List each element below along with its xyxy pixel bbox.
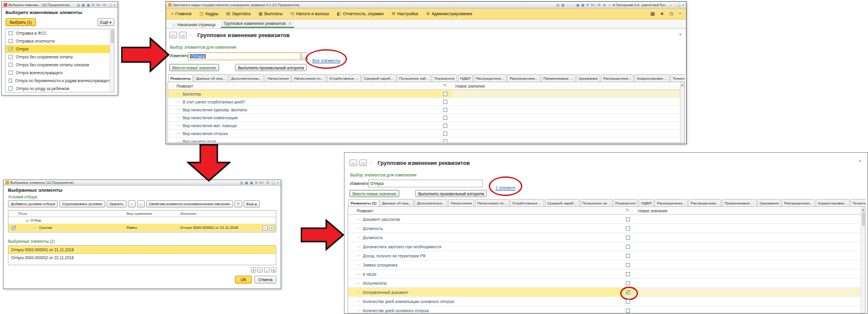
titlebar-icon[interactable]: M [92,3,95,7]
user-menu[interactable]: ● Григорьева А.А. (расчетный бух... [613,3,668,7]
change-checkbox[interactable] [443,92,447,96]
category-tab[interactable]: НДФЛ [639,199,654,206]
change-checkbox[interactable] [626,217,630,222]
titlebar-icon[interactable]: M [255,181,258,184]
checklist-item[interactable]: Отправка отчетности [5,37,114,45]
change-checkbox[interactable] [626,281,630,285]
category-tab[interactable]: Распределени... [782,199,814,206]
titlebar-icon[interactable]: M [586,3,589,7]
category-tab[interactable]: Средний зараб... [545,199,579,206]
attribute-row[interactable]: — Должность [348,233,865,242]
favorite-star-icon[interactable]: ☆ [189,32,193,38]
help-button[interactable]: ? [234,200,242,208]
checklist-item[interactable]: Отпуск [5,45,114,53]
table-scrollbar[interactable]: ▲ [680,82,684,142]
change-checkbox[interactable] [626,309,630,313]
ok-button[interactable]: OK [235,276,252,284]
attribute-row[interactable]: — Бухгалтер [168,90,684,98]
category-tab[interactable]: Начисления по... [292,74,326,82]
run-algorithm-button[interactable]: Выполнить произвольный алгоритм [235,64,307,71]
category-tab[interactable]: Отработанное ... [327,74,361,82]
delete-button[interactable]: Удалить [107,200,127,208]
user-settings-props-button[interactable]: Свойства элемента пользовательских настр… [146,200,233,208]
all-elements-link[interactable]: Все элементы [312,58,340,63]
item-checkbox[interactable] [9,55,13,59]
attribute-row[interactable]: — В счет ранее отработанных дней? [168,98,684,106]
category-tab[interactable]: Применяемые ... [541,74,575,82]
category-tab[interactable]: Дополнительны... [229,74,265,82]
filter-condition-row[interactable]: — Ссылка Равно Отпуск 0000-000001 от 21.… [9,224,276,232]
attribute-row[interactable]: — Должность [348,224,865,233]
category-tab[interactable]: Данные об инд... [194,74,228,82]
forward-button[interactable]: → [179,32,187,38]
titlebar-icon[interactable]: ↑ [569,3,571,7]
back-button[interactable]: ← [169,32,177,38]
grid-icon[interactable]: ▦ [650,11,655,16]
selected-element-item[interactable]: Отпуск 0000-000002 от 22.11.2018 [9,254,276,262]
titlebar-icon[interactable]: M- [597,3,601,7]
item-checkbox[interactable] [9,86,13,91]
change-kind-field[interactable]: Отпуск [368,180,483,187]
change-checkbox[interactable] [443,131,447,136]
attribute-row[interactable]: — Количество дней основного отпуска [348,306,865,313]
category-tab[interactable]: Показатели [432,74,457,82]
attribute-row[interactable]: — Исправленный документ [348,288,865,297]
category-tab[interactable]: Распределени... [688,199,721,206]
table-scrollbar[interactable]: ▲ [861,207,865,313]
collapse-icon[interactable]: ⊖ [26,218,29,223]
titlebar-icon[interactable]: ▣ [82,3,85,7]
item-checkbox[interactable] [9,71,13,75]
menu-section-item[interactable]: % Налоги и взносы [290,12,329,16]
titlebar-icon[interactable]: M- [103,3,107,7]
form-close-icon[interactable]: × [679,32,682,37]
titlebar-icon[interactable]: ▤ [77,3,80,7]
add-condition-button[interactable]: Добавить условие отбора [8,200,58,208]
checklist-item[interactable]: Отпуск по уходу за ребенком [5,85,114,92]
menu-section-item[interactable]: ◧ Отчетность, справки [337,12,384,16]
titlebar-icon[interactable]: M+ [591,3,596,7]
category-tab[interactable]: Дополнительн... [415,199,447,206]
checklist-item[interactable]: Отпуск по беременности и родам военнослу… [5,77,114,85]
titlebar-icon[interactable]: ▣ [87,3,90,7]
category-tab[interactable]: Реквизиты [168,74,193,82]
elements-count-link[interactable]: 1 элемент [495,186,516,190]
group-conditions-button[interactable]: Сгруппировать условия [59,200,105,208]
close-icon[interactable]: × [277,181,279,184]
titlebar-icon[interactable]: ▤ [240,181,243,184]
section-selection-link[interactable]: Выбор элементов для изменения [350,173,416,177]
enter-values-button[interactable]: Ввести новые значения [169,64,219,71]
move-down-button[interactable]: ↓ [137,200,145,208]
category-tab[interactable]: Реквизиты (1) [348,199,379,206]
maximize-icon[interactable]: ▢ [109,3,112,7]
titlebar-icon[interactable]: ▣ [250,181,253,184]
category-tab[interactable]: НДФЛ [458,74,473,82]
category-tab[interactable]: Распределени... [654,199,687,206]
change-checkbox[interactable] [626,263,630,267]
minimize-icon[interactable]: – [674,3,676,7]
category-tab[interactable]: Начисления [448,199,474,206]
category-tab[interactable]: Погашение зай... [397,74,432,82]
category-tab[interactable]: Средний зараб... [362,74,396,82]
category-tab[interactable]: Технические з... [670,74,685,82]
change-checkbox[interactable] [626,272,630,276]
category-tab[interactable]: Распределени... [507,74,540,82]
favorite-star-icon[interactable]: ☆ [369,160,373,166]
category-tab[interactable]: Корректировки... [816,199,850,206]
category-tab[interactable]: Удержания [576,74,600,82]
titlebar-icon[interactable]: ▦ [561,3,564,7]
titlebar-icon[interactable]: ▣ [245,181,248,184]
titlebar-icon[interactable]: M+ [96,3,101,7]
menu-section-item[interactable]: ◫ Кадры [200,12,219,16]
choose-button[interactable]: ... [301,52,308,60]
checklist-item[interactable]: Отправка в ФСС [5,29,114,37]
item-checkbox[interactable] [9,63,13,67]
category-tab[interactable]: Показатели [613,199,638,206]
attribute-row[interactable]: — Заявка сотрудника [348,260,865,270]
menu-section-item[interactable]: ⚒ Настройка [391,12,418,16]
category-tab[interactable]: Начисления по... [475,199,509,206]
condition-checkbox[interactable] [12,226,16,230]
menu-section-item[interactable]: ▤ Зарплата [226,12,250,16]
titlebar-icon[interactable]: M+ [259,181,264,184]
discussions-icon[interactable]: ● [670,3,671,7]
column-new-value[interactable]: Новое значение [452,84,684,88]
